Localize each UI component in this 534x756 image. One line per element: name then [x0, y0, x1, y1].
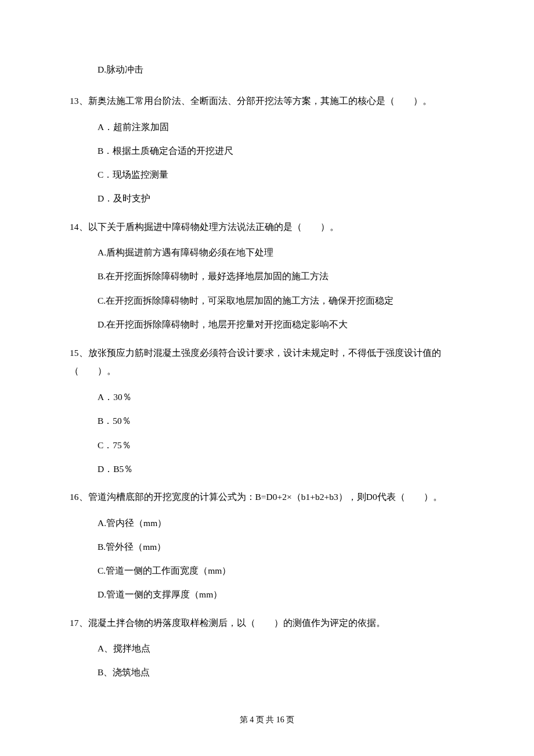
question-14: 14、以下关于盾构掘进中障碍物处理方法说法正确的是（ ）。 A.盾构掘进前方遇有… — [70, 218, 464, 331]
options-group: A、搅拌地点 B、浇筑地点 — [70, 642, 464, 679]
page-footer: 第 4 页 共 16 页 — [0, 714, 534, 726]
question-text: 17、混凝土拌合物的坍落度取样检测后，以（ ）的测值作为评定的依据。 — [70, 614, 464, 631]
option-b: B.管外径（mm） — [70, 540, 464, 553]
orphan-option: D.脉动冲击 — [70, 63, 464, 76]
question-text: 14、以下关于盾构掘进中障碍物处理方法说法正确的是（ ）。 — [70, 218, 464, 235]
options-group: A.盾构掘进前方遇有障碍物必须在地下处理 B.在开挖面拆除障碍物时，最好选择地层… — [70, 246, 464, 331]
option-d: D．及时支护 — [70, 192, 464, 205]
option-c: C．现场监控测量 — [70, 168, 464, 181]
option-a: A、搅拌地点 — [70, 642, 464, 655]
option-a: A．超前注浆加固 — [70, 120, 464, 134]
option-b: B．根据土质确定合适的开挖进尺 — [70, 144, 464, 157]
question-text: 13、新奥法施工常用台阶法、全断面法、分部开挖法等方案，其施工的核心是（ ）。 — [70, 92, 464, 109]
options-group: A.管内径（mm） B.管外径（mm） C.管道一侧的工作面宽度（mm） D.管… — [70, 516, 464, 602]
question-15: 15、放张预应力筋时混凝土强度必须符合设计要求，设计未规定时，不得低于强度设计值… — [70, 344, 464, 476]
option-a: A.管内径（mm） — [70, 516, 464, 530]
option-b: B、浇筑地点 — [70, 665, 464, 679]
option-d: D．B5％ — [70, 462, 464, 476]
option-d: D.管道一侧的支撑厚度（mm） — [70, 588, 464, 601]
question-text: 15、放张预应力筋时混凝土强度必须符合设计要求，设计未规定时，不得低于强度设计值… — [70, 344, 464, 380]
option-c: C．75％ — [70, 438, 464, 452]
question-16: 16、管道沟槽底部的开挖宽度的计算公式为：B=D0+2×（b1+b2+b3），则… — [70, 488, 464, 601]
question-17: 17、混凝土拌合物的坍落度取样检测后，以（ ）的测值作为评定的依据。 A、搅拌地… — [70, 614, 464, 679]
option-c: C.在开挖面拆除障碍物时，可采取地层加固的施工方法，确保开挖面稳定 — [70, 294, 464, 307]
option-a: A.盾构掘进前方遇有障碍物必须在地下处理 — [70, 246, 464, 259]
question-text: 16、管道沟槽底部的开挖宽度的计算公式为：B=D0+2×（b1+b2+b3），则… — [70, 488, 464, 505]
options-group: A．30％ B．50％ C．75％ D．B5％ — [70, 390, 464, 476]
option-b: B.在开挖面拆除障碍物时，最好选择地层加固的施工方法 — [70, 269, 464, 283]
option-d: D.在开挖面拆除障碍物时，地层开挖量对开挖面稳定影响不大 — [70, 318, 464, 331]
page-content: D.脉动冲击 13、新奥法施工常用台阶法、全断面法、分部开挖法等方案，其施工的核… — [0, 0, 534, 679]
option-a: A．30％ — [70, 390, 464, 404]
options-group: A．超前注浆加固 B．根据土质确定合适的开挖进尺 C．现场监控测量 D．及时支护 — [70, 120, 464, 206]
question-13: 13、新奥法施工常用台阶法、全断面法、分部开挖法等方案，其施工的核心是（ ）。 … — [70, 92, 464, 205]
option-c: C.管道一侧的工作面宽度（mm） — [70, 564, 464, 577]
option-b: B．50％ — [70, 414, 464, 427]
